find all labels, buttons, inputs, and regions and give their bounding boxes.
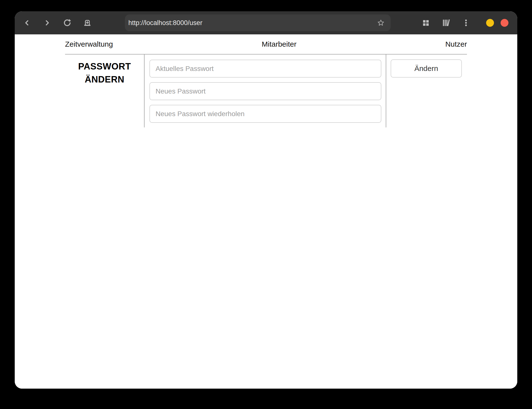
nav-item-zeitverwaltung[interactable]: Zeitverwaltung bbox=[65, 40, 113, 48]
section-heading-line1: PASSWORT bbox=[65, 60, 144, 73]
current-password-input[interactable] bbox=[149, 60, 381, 78]
browser-toolbar: http://localhost:8000/user bbox=[15, 11, 517, 34]
menu-button[interactable] bbox=[461, 17, 471, 28]
back-button[interactable] bbox=[22, 17, 32, 28]
chevron-right-icon bbox=[43, 19, 51, 27]
star-icon bbox=[377, 19, 385, 27]
new-tab-button[interactable] bbox=[82, 17, 93, 28]
bookmark-button[interactable] bbox=[376, 18, 385, 27]
forward-button[interactable] bbox=[42, 17, 53, 28]
page-container: Zeitverwaltung Mitarbeiter Nutzer PASSWO… bbox=[65, 34, 467, 127]
url-text[interactable]: http://localhost:8000/user bbox=[128, 19, 376, 27]
repeat-new-password-input[interactable] bbox=[149, 105, 381, 123]
reload-icon bbox=[63, 18, 72, 27]
close-button[interactable] bbox=[501, 19, 508, 27]
change-password-button[interactable]: Ändern bbox=[391, 59, 462, 78]
password-fields-cell bbox=[145, 55, 386, 127]
library-button[interactable] bbox=[440, 17, 451, 28]
minimize-button[interactable] bbox=[486, 19, 494, 27]
nav-item-mitarbeiter[interactable]: Mitarbeiter bbox=[262, 40, 297, 48]
section-heading-cell: PASSWORT ÄNDERN bbox=[65, 55, 145, 127]
library-books-icon bbox=[441, 18, 450, 27]
reload-button[interactable] bbox=[62, 17, 73, 28]
chevron-left-icon bbox=[23, 19, 31, 27]
password-change-section: PASSWORT ÄNDERN Ändern bbox=[65, 55, 467, 127]
new-password-input[interactable] bbox=[149, 82, 381, 100]
grid-icon bbox=[422, 19, 430, 27]
url-bar[interactable]: http://localhost:8000/user bbox=[125, 14, 391, 31]
tab-overview-button[interactable] bbox=[420, 17, 431, 28]
nav-item-nutzer[interactable]: Nutzer bbox=[445, 40, 467, 48]
top-nav: Zeitverwaltung Mitarbeiter Nutzer bbox=[65, 34, 467, 55]
section-heading: PASSWORT ÄNDERN bbox=[65, 60, 144, 86]
submit-cell: Ändern bbox=[386, 55, 467, 127]
section-heading-line2: ÄNDERN bbox=[65, 73, 144, 86]
new-tab-icon bbox=[83, 18, 92, 27]
kebab-menu-icon bbox=[462, 19, 470, 27]
browser-window: http://localhost:8000/user bbox=[15, 11, 517, 389]
page-content: Zeitverwaltung Mitarbeiter Nutzer PASSWO… bbox=[15, 34, 517, 389]
